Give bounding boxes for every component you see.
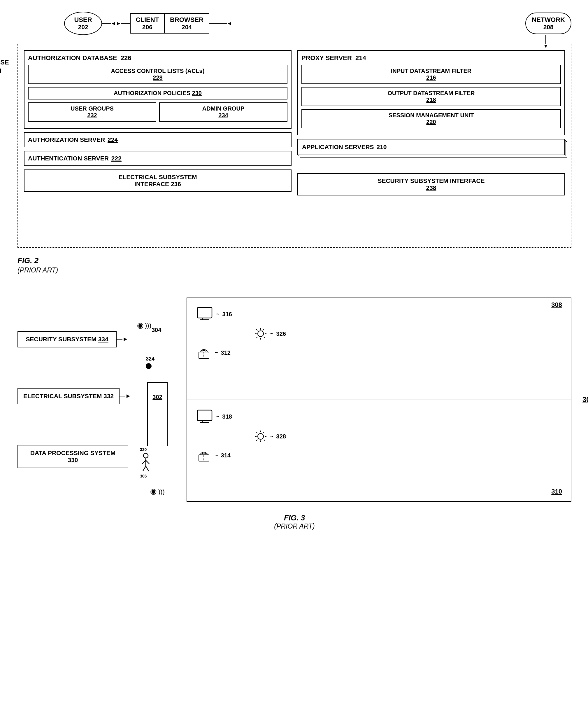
authpolicies-box: AUTHORIZATION POLICIES 230 [28,87,288,100]
svg-line-16 [256,337,257,338]
authdb-title: AUTHORIZATION DATABASE 226 [28,54,288,62]
svg-rect-6 [197,307,212,318]
fig3-diagram: SECURITY SUBSYSTEM 334 ► ELECTRICAL SUBS… [18,298,571,530]
hub-num-label: 302 [152,394,162,401]
bottom-broadcast-icon: ◉ ))) [150,487,164,496]
electrical-subsystem-box: ELECTRICAL SUBSYSTEM 332 [18,388,120,404]
groups-row: USER GROUPS 232 ADMIN GROUP 234 [28,102,288,122]
light-328-row: ~ 328 [254,430,547,443]
outer-300-label: 300 [583,395,588,404]
data-processing-box: DATA PROCESSING SYSTEM 330 [18,445,128,468]
svg-line-17 [264,337,265,338]
room-bottom-num: 310 [551,488,562,495]
svg-line-4 [143,466,146,471]
fig3-center-panel: ◉ ))) 324 302 320 [128,298,187,502]
appservers-wrapper: APPLICATION SERVERS 210 [297,139,565,155]
fig3-main: SECURITY SUBSYSTEM 334 ► ELECTRICAL SUBS… [18,298,571,502]
fig2-diagram: USER 202 ◄► CLIENT 206 BROWSER 204 ◄ NET… [18,12,571,274]
browser-box: BROWSER 204 [165,14,209,33]
authserver-box: AUTHORIZATION SERVER 224 [24,132,292,147]
wifi-314-row: ~ 314 [196,449,547,462]
security-broadcast-icon: ◉ ))) [137,321,151,330]
fig3-caption: FIG. 3 (PRIOR ART) [18,513,571,530]
right-column: PROXY SERVER 214 INPUT DATASTREAM FILTER… [297,50,565,196]
door-num-label: 304 [152,327,161,333]
left-column: AUTHORIZATION DATABASE 226 ACCESS CONTRO… [24,50,292,196]
wifi-312-row: ~ 312 [196,346,547,360]
admingroup-box: ADMIN GROUP 234 [159,102,288,122]
svg-point-0 [143,453,148,458]
network-node: NETWORK 208 [525,13,571,34]
usergroups-box: USER GROUPS 232 [28,102,156,122]
user-client-arrow: ◄► [102,20,130,26]
security-connector: ► [117,336,128,343]
hub-top-marker: 324 [146,356,154,369]
acl-box: ACCESS CONTROL LISTS (ACLs) 228 [28,65,288,84]
user-label: USER [74,16,92,24]
room-top-num: 308 [551,301,562,309]
proxyserver-title: PROXY SERVER 214 [301,54,561,62]
top-room-items: ~ 316 ~ [196,307,547,395]
svg-rect-20 [197,410,212,421]
enterprise-border: AUTHORIZATION DATABASE 226 ACCESS CONTRO… [18,44,571,248]
svg-point-9 [258,331,264,336]
light-326-row: ~ 326 [254,327,547,341]
browser-network-arrow: ◄ [209,20,232,26]
inputfilter-box: INPUT DATASTREAM FILTER 216 [301,65,561,84]
electrical-subsystem-row: ELECTRICAL SUBSYSTEM 332 ► [18,388,128,404]
svg-line-3 [146,460,149,464]
electrical-interface-box: ELECTRICAL SUBSYSTEMINTERFACE 236 [24,169,292,192]
data-processing-row: DATA PROCESSING SYSTEM 330 [18,445,128,468]
top-row: USER 202 ◄► CLIENT 206 BROWSER 204 ◄ NET… [18,12,571,35]
svg-line-29 [262,432,264,433]
svg-point-23 [258,433,264,439]
security-interface-box: SECURITY SUBSYSTEM INTERFACE 238 [297,173,565,196]
user-node: USER 202 [64,12,102,35]
monitor-316-row: ~ 316 [196,307,547,322]
svg-line-2 [142,460,146,464]
svg-line-31 [264,439,265,441]
svg-line-14 [256,329,257,330]
person-icon: 320 306 [140,447,152,478]
room-divider [187,400,571,400]
sessionmgmt-box: SESSION MANAGEMENT UNIT 220 [301,109,561,128]
proxyserver-section: PROXY SERVER 214 INPUT DATASTREAM FILTER… [297,50,565,135]
security-subsystem-row: SECURITY SUBSYSTEM 334 ► [18,331,128,347]
authenticationserver-box: AUTHENTICATION SERVER 222 [24,151,292,166]
outputfilter-box: OUTPUT DATASTREAM FILTER 218 [301,87,561,106]
authdb-section: AUTHORIZATION DATABASE 226 ACCESS CONTRO… [24,50,292,129]
svg-line-28 [256,432,257,433]
fig2-caption: FIG. 2 (PRIOR ART) [18,253,571,274]
fig3-left-panel: SECURITY SUBSYSTEM 334 ► ELECTRICAL SUBS… [18,298,128,502]
svg-line-15 [262,329,264,330]
enterprise-domain: ENTERPRISEDOMAIN200 AUTHORIZATION DATABA… [18,44,571,248]
client-box: CLIENT 206 [131,14,165,33]
fig3-right-panel: 308 310 300 ~ 316 [187,298,571,502]
user-num: 202 [78,24,88,30]
monitor-318-row: ~ 318 [196,410,547,424]
bottom-room-items: ~ 318 ~ [196,404,547,495]
security-subsystem-box: SECURITY SUBSYSTEM 334 [18,331,117,347]
svg-line-5 [146,466,149,471]
appservers-box: APPLICATION SERVERS 210 [297,139,565,155]
svg-line-30 [256,439,257,441]
enterprise-layout: AUTHORIZATION DATABASE 226 ACCESS CONTRO… [24,50,565,196]
door-element [147,382,168,446]
enterprise-label: ENTERPRISEDOMAIN200 [0,58,9,83]
client-browser-group: CLIENT 206 BROWSER 204 [130,13,209,34]
